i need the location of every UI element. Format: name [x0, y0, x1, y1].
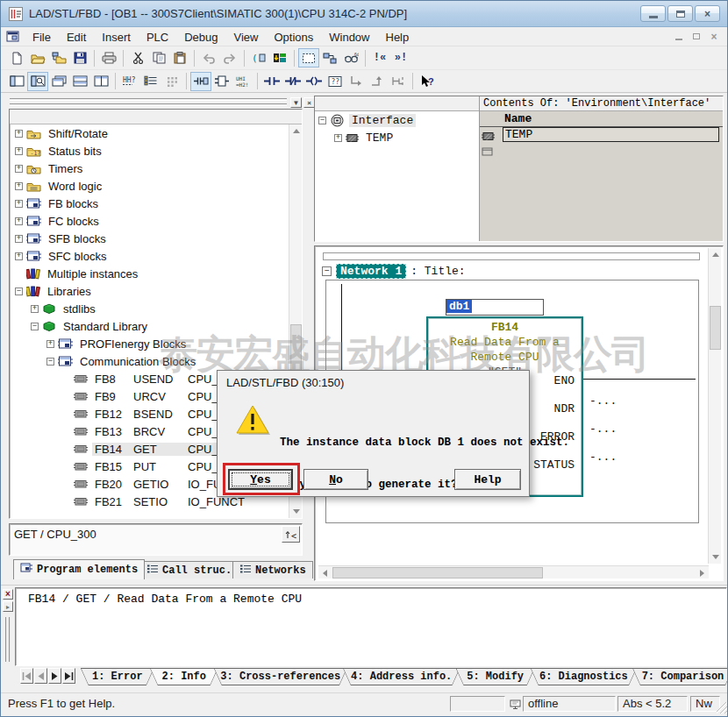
network-on-off-icon[interactable] — [319, 48, 340, 67]
tree-item[interactable]: Multiple instances — [10, 265, 302, 282]
output-content[interactable]: FB14 / GET / Read Data From a Remote CPU — [15, 587, 727, 666]
tree-item[interactable]: −Communication Blocks — [10, 352, 302, 370]
grip-line[interactable] — [10, 98, 287, 101]
last-page-icon[interactable] — [62, 668, 75, 684]
expand-icon[interactable]: + — [15, 235, 23, 243]
tree-item[interactable]: +-1?Status bits — [10, 142, 302, 160]
download-icon[interactable] — [269, 48, 290, 67]
contact-nc-icon[interactable] — [282, 72, 303, 91]
cascade-windows-icon[interactable] — [48, 72, 69, 91]
help-button[interactable]: Help — [454, 469, 521, 490]
menu-insert[interactable]: Insert — [94, 31, 139, 44]
scroll-right-icon[interactable] — [696, 567, 708, 579]
selection-mode-icon[interactable] — [298, 48, 319, 67]
scroll-up-icon[interactable] — [290, 125, 302, 137]
open-icon[interactable] — [27, 48, 48, 67]
copy-icon[interactable] — [148, 48, 169, 67]
child-restore-button[interactable] — [689, 30, 704, 44]
output-expand-button[interactable]: ▸ — [3, 601, 13, 612]
expand-icon[interactable]: + — [15, 130, 23, 138]
expand-icon[interactable]: + — [15, 217, 23, 225]
tree-item[interactable]: +stdlibs — [10, 300, 302, 317]
grip-line[interactable] — [10, 103, 287, 106]
tab-networks[interactable]: Networks — [232, 561, 313, 579]
tile-vertical-icon[interactable] — [90, 72, 111, 91]
output-tab-1-error[interactable]: 1: Error1: Error — [81, 668, 154, 685]
declaration-name[interactable]: TEMP — [503, 127, 719, 142]
child-close-button[interactable]: × — [706, 30, 722, 44]
menu-options[interactable]: Options — [266, 31, 321, 44]
type-check-icon[interactable]: UHI=H2! — [232, 72, 253, 91]
tree-item[interactable]: +SFC blocks — [10, 247, 302, 265]
connector-icon[interactable] — [388, 72, 409, 91]
fb-pin-value[interactable]: -... — [589, 422, 617, 436]
print-icon[interactable] — [98, 48, 119, 67]
fb-pin-value[interactable]: -... — [589, 451, 617, 464]
contact-no-icon[interactable] — [261, 72, 282, 91]
output-grip[interactable] — [5, 617, 11, 662]
collapse-icon[interactable]: − — [31, 323, 39, 330]
resize-grip[interactable] — [717, 702, 728, 713]
editor-vscrollbar[interactable] — [708, 248, 721, 564]
minimize-button[interactable] — [640, 5, 666, 22]
insert-symbol-button[interactable]: < — [282, 526, 300, 543]
mdi-document-icon[interactable] — [6, 31, 19, 42]
new-icon[interactable] — [6, 48, 27, 67]
tree-item[interactable]: +Shift/Rotate — [10, 124, 302, 142]
output-tab-2-info[interactable]: 2: Info2: Info — [150, 668, 218, 685]
monitor-icon[interactable]: 6d — [340, 48, 361, 67]
interface-tree-item[interactable]: −Interface — [315, 111, 479, 129]
empty-box-icon[interactable]: ?? — [325, 72, 346, 91]
declaration-row[interactable] — [480, 142, 719, 157]
open-online-icon[interactable] — [48, 48, 69, 67]
scroll-down-icon[interactable] — [710, 551, 721, 563]
tree-item[interactable]: +PROFIenergy Blocks — [10, 335, 302, 352]
child-minimize-button[interactable] — [671, 30, 687, 44]
network-icon[interactable] — [190, 72, 211, 91]
collapse-icon[interactable]: − — [318, 117, 326, 124]
expand-icon[interactable]: + — [334, 134, 342, 142]
menu-help[interactable]: Help — [378, 31, 418, 44]
symbol-info-right-icon[interactable]: »! — [390, 48, 411, 67]
scroll-thumb[interactable] — [710, 306, 721, 350]
close-branch-icon[interactable] — [367, 72, 388, 91]
output-tab-7-comparison[interactable]: 7: Comparison7: Comparison — [632, 668, 728, 685]
comment-icon[interactable] — [161, 72, 182, 91]
catalog-dropdown-button[interactable]: ▼ — [290, 97, 302, 108]
symbol-info-left-icon[interactable]: !« — [369, 48, 390, 67]
fb-pin-value[interactable]: -... — [589, 394, 617, 408]
menu-edit[interactable]: Edit — [59, 31, 94, 44]
coil-icon[interactable] — [303, 72, 325, 91]
view-overview-icon[interactable] — [27, 72, 48, 91]
interface-tree-item[interactable]: +TEMP — [315, 129, 479, 146]
open-branch-icon[interactable] — [346, 72, 367, 91]
tree-item[interactable]: +SFB blocks — [10, 230, 302, 247]
menu-window[interactable]: Window — [321, 31, 377, 44]
declaration-row[interactable]: TEMP — [480, 127, 719, 142]
redo-icon[interactable] — [219, 48, 240, 67]
expand-icon[interactable]: + — [15, 182, 23, 190]
instance-db-field[interactable]: db1 — [446, 299, 544, 316]
menu-debug[interactable]: Debug — [176, 31, 225, 44]
next-page-icon[interactable] — [48, 668, 61, 684]
block-comment-bar[interactable] — [323, 252, 700, 260]
tab-program-elements[interactable]: Program elements — [13, 559, 145, 579]
menu-view[interactable]: View — [225, 31, 266, 44]
output-tab-6-diagnostics[interactable]: 6: Diagnostics6: Diagnostics — [531, 668, 637, 685]
expand-icon[interactable]: + — [15, 165, 23, 173]
tree-item[interactable]: +Word logic — [10, 177, 302, 195]
network-title[interactable]: : Title: — [410, 265, 465, 278]
output-tab-4-address-info-[interactable]: 4: Address info.4: Address info. — [343, 668, 460, 685]
tree-item[interactable]: −Libraries — [10, 282, 302, 300]
collapse-icon[interactable]: − — [15, 288, 23, 295]
paste-icon[interactable] — [169, 48, 190, 67]
view-left-pane-icon[interactable] — [6, 72, 27, 91]
tree-item[interactable]: +FB blocks — [10, 195, 302, 212]
menu-plc[interactable]: PLC — [139, 31, 176, 44]
network-label[interactable]: Network 1 — [336, 264, 406, 279]
output-close-button[interactable]: × — [3, 589, 13, 600]
menu-file[interactable]: File — [25, 31, 59, 44]
tree-item[interactable]: −Standard Library — [10, 317, 302, 335]
address-identification-icon[interactable]: HH? — [119, 72, 140, 91]
program-structure-icon[interactable] — [140, 72, 161, 91]
